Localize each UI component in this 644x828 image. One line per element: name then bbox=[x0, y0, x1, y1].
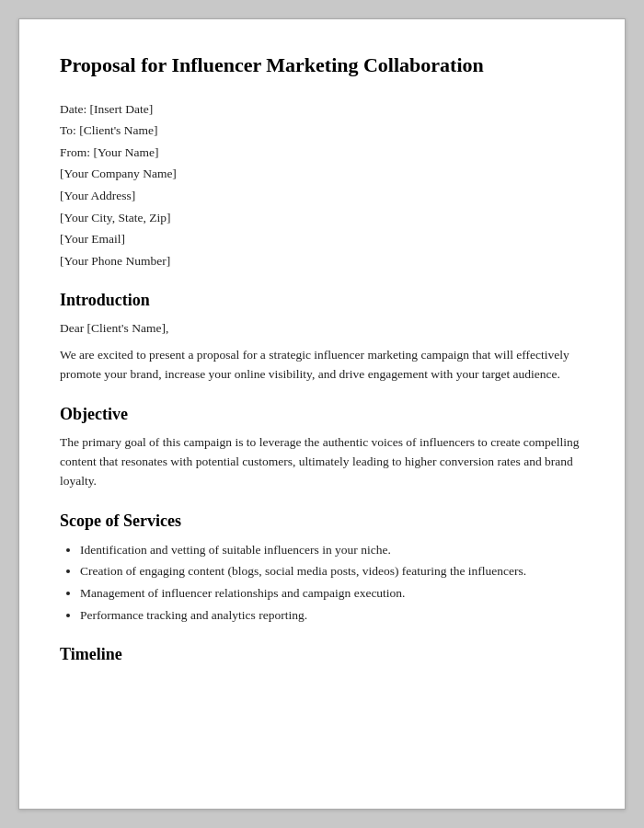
document-title: Proposal for Influencer Marketing Collab… bbox=[60, 52, 584, 79]
meta-to: To: [Client's Name] bbox=[60, 121, 584, 141]
introduction-greeting: Dear [Client's Name], bbox=[60, 319, 584, 339]
meta-block: Date: [Insert Date] To: [Client's Name] … bbox=[60, 99, 584, 271]
introduction-body: We are excited to present a proposal for… bbox=[60, 346, 584, 385]
timeline-heading: Timeline bbox=[60, 645, 584, 664]
meta-city: [Your City, State, Zip] bbox=[60, 208, 584, 228]
meta-company: [Your Company Name] bbox=[60, 164, 584, 184]
scope-bullet-4: Performance tracking and analytics repor… bbox=[80, 605, 584, 626]
meta-from: From: [Your Name] bbox=[60, 143, 584, 163]
meta-phone: [Your Phone Number] bbox=[60, 251, 584, 271]
scope-bullet-3: Management of influencer relationships a… bbox=[80, 583, 584, 604]
introduction-heading: Introduction bbox=[60, 291, 584, 310]
section-scope: Scope of Services Identification and vet… bbox=[60, 512, 584, 625]
meta-date: Date: [Insert Date] bbox=[60, 99, 584, 120]
document-container: Proposal for Influencer Marketing Collab… bbox=[18, 18, 626, 810]
meta-address: [Your Address] bbox=[60, 186, 584, 206]
section-introduction: Introduction Dear [Client's Name], We ar… bbox=[60, 291, 584, 385]
objective-body: The primary goal of this campaign is to … bbox=[60, 433, 584, 491]
section-objective: Objective The primary goal of this campa… bbox=[60, 405, 584, 491]
meta-email: [Your Email] bbox=[60, 229, 584, 249]
scope-bullet-list: Identification and vetting of suitable i… bbox=[80, 540, 584, 625]
section-timeline: Timeline bbox=[60, 645, 584, 664]
scope-bullet-1: Identification and vetting of suitable i… bbox=[80, 540, 584, 560]
scope-heading: Scope of Services bbox=[60, 512, 584, 531]
objective-heading: Objective bbox=[60, 405, 584, 424]
scope-bullet-2: Creation of engaging content (blogs, soc… bbox=[80, 561, 584, 581]
